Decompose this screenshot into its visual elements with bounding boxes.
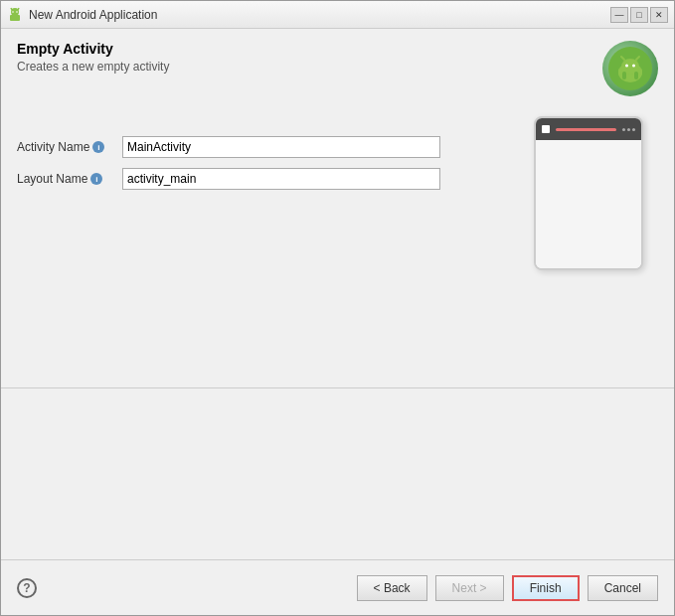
svg-rect-13	[622, 72, 626, 79]
window-title: New Android Application	[29, 8, 604, 22]
footer-left: ?	[17, 578, 37, 598]
help-button[interactable]: ?	[17, 578, 37, 598]
main-window: New Android Application — □ ✕ Empty Acti…	[0, 0, 675, 616]
activity-name-row: Activity Name i	[17, 136, 499, 158]
window-controls: — □ ✕	[610, 7, 668, 23]
finish-button[interactable]: Finish	[512, 575, 580, 601]
phone-title-line	[556, 128, 616, 131]
content-area: Empty Activity Creates a new empty activ…	[1, 29, 674, 559]
svg-point-4	[12, 11, 14, 13]
phone-body	[536, 140, 641, 268]
phone-titlebar	[536, 118, 641, 140]
svg-line-3	[18, 8, 19, 10]
layout-name-row: Layout Name i	[17, 168, 499, 190]
activity-name-input[interactable]	[122, 136, 440, 158]
svg-line-2	[11, 8, 12, 10]
footer: ? < Back Next > Finish Cancel	[1, 559, 674, 615]
header-text: Empty Activity Creates a new empty activ…	[17, 41, 169, 74]
phone-dots	[622, 128, 635, 131]
phone-preview	[534, 116, 643, 270]
title-bar: New Android Application — □ ✕	[1, 1, 674, 29]
window-icon	[7, 7, 23, 23]
bottom-area	[17, 400, 658, 559]
form-section: Activity Name i Layout Name i	[17, 106, 499, 376]
svg-point-9	[625, 65, 628, 68]
android-logo	[602, 41, 658, 96]
svg-rect-16	[638, 69, 642, 76]
activity-name-info-icon[interactable]: i	[92, 141, 104, 153]
back-button[interactable]: < Back	[357, 575, 427, 601]
footer-buttons: < Back Next > Finish Cancel	[357, 575, 658, 601]
preview-section	[519, 106, 658, 376]
next-button[interactable]: Next >	[435, 575, 504, 601]
svg-rect-1	[10, 15, 20, 21]
svg-point-10	[632, 65, 635, 68]
header-row: Empty Activity Creates a new empty activ…	[17, 41, 658, 96]
svg-rect-14	[634, 72, 638, 79]
separator	[1, 387, 674, 388]
activity-name-label: Activity Name i	[17, 140, 116, 154]
minimize-button[interactable]: —	[610, 7, 628, 23]
svg-point-5	[16, 11, 18, 13]
maximize-button[interactable]: □	[630, 7, 648, 23]
layout-name-input[interactable]	[122, 168, 440, 190]
activity-type-title: Empty Activity	[17, 41, 169, 57]
phone-title-rect	[542, 125, 550, 133]
cancel-button[interactable]: Cancel	[588, 575, 658, 601]
layout-name-info-icon[interactable]: i	[90, 173, 102, 185]
main-area: Activity Name i Layout Name i	[17, 106, 658, 376]
close-button[interactable]: ✕	[650, 7, 668, 23]
activity-description: Creates a new empty activity	[17, 60, 169, 74]
svg-rect-15	[618, 69, 622, 76]
layout-name-label: Layout Name i	[17, 172, 116, 186]
